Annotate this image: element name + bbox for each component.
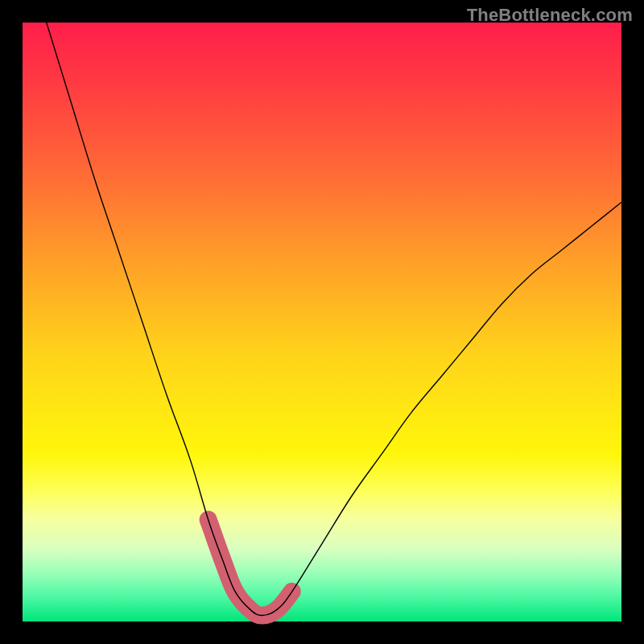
accent-segment: [208, 520, 292, 616]
curve-layer: [23, 23, 621, 621]
chart-stage: TheBottleneck.com: [0, 0, 644, 644]
plot-area: [23, 23, 621, 621]
bottleneck-curve: [47, 23, 621, 616]
